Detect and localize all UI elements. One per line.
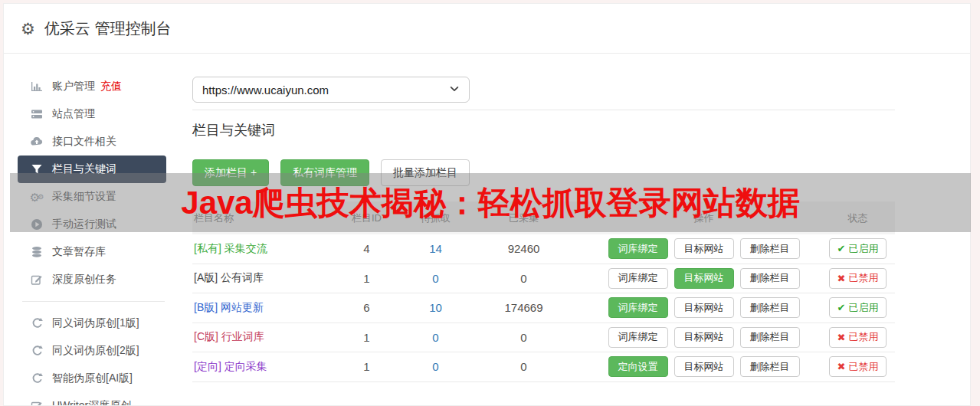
cross-icon: ✖ — [837, 332, 846, 342]
header-column-name: 栏目名称 — [192, 211, 323, 225]
delete-column-button[interactable]: 删除栏目 — [740, 356, 800, 377]
cross-icon: ✖ — [837, 273, 846, 283]
target-site-button[interactable]: 目标网站 — [674, 297, 734, 318]
thesaurus-bind-button[interactable]: 词库绑定 — [608, 297, 668, 318]
refresh-icon — [30, 317, 44, 329]
table-row: [定向] 定向采集 1 0 0 定向设置目标网站删除栏目 ✖ 已禁用 — [192, 352, 895, 382]
target-site-button[interactable]: 目标网站 — [674, 238, 734, 259]
batch-add-column-button[interactable]: 批量添加栏目 — [381, 159, 470, 186]
gear-icon: ⚙ — [21, 21, 35, 37]
column-id-value: 1 — [323, 331, 411, 344]
bar-chart-icon — [30, 80, 44, 93]
header-pending: 待抓取 — [411, 211, 461, 225]
sidebar-divider — [22, 301, 165, 302]
delete-column-button[interactable]: 删除栏目 — [740, 238, 800, 259]
table-header-row: 栏目名称 栏目ID 待抓取 已采集 操作 状态 — [192, 201, 895, 234]
page-title: 栏目与关键词 — [192, 121, 970, 139]
recharge-link[interactable]: 充值 — [100, 80, 122, 93]
row-actions: 词库绑定目标网站删除栏目 — [587, 297, 821, 318]
header-column-id: 栏目ID — [323, 211, 411, 225]
cross-icon: ✖ — [837, 362, 846, 372]
collected-count: 0 — [461, 360, 587, 373]
sidebar-item-columns-keywords[interactable]: 栏目与关键词 — [18, 156, 166, 183]
collected-count: 0 — [461, 331, 587, 344]
column-name-link[interactable]: [定向] 定向采集 — [194, 360, 267, 372]
sidebar-item-deep-original[interactable]: 深度原创任务 — [18, 266, 166, 293]
main-content: https://www.ucaiyun.com 栏目与关键词 添加栏目 + 私有… — [192, 54, 970, 406]
pending-count-link[interactable]: 0 — [432, 360, 438, 373]
row-actions: 词库绑定目标网站删除栏目 — [587, 268, 821, 289]
target-site-button[interactable]: 目标网站 — [674, 327, 734, 348]
pending-count-link[interactable]: 0 — [432, 272, 438, 285]
status-badge[interactable]: ✔ 已启用 — [829, 238, 887, 259]
delete-column-button[interactable]: 删除栏目 — [740, 268, 800, 289]
edit-icon — [30, 400, 44, 406]
sidebar-item-manual-test[interactable]: 手动运行测试 — [18, 211, 166, 238]
add-column-button[interactable]: 添加栏目 + — [192, 159, 269, 186]
column-name-link[interactable]: [B版] 网站更新 — [194, 301, 264, 313]
column-id-value: 1 — [323, 272, 411, 285]
pending-count-link[interactable]: 14 — [429, 242, 442, 255]
table-row: [私有] 采集交流 4 14 92460 词库绑定目标网站删除栏目 ✔ 已启用 — [192, 234, 895, 264]
row-actions: 定向设置目标网站删除栏目 — [587, 356, 821, 377]
column-name-link[interactable]: [私有] 采集交流 — [194, 242, 267, 254]
sidebar-item-sites[interactable]: 站点管理 — [18, 100, 166, 128]
server-icon — [30, 108, 44, 120]
direct-setting-button[interactable]: 定向设置 — [608, 356, 668, 377]
row-actions: 词库绑定目标网站删除栏目 — [587, 238, 821, 259]
target-site-button[interactable]: 目标网站 — [674, 268, 734, 289]
pending-count-link[interactable]: 10 — [429, 301, 442, 314]
status-badge[interactable]: ✖ 已禁用 — [829, 356, 887, 377]
column-id-value: 1 — [323, 360, 411, 373]
delete-column-button[interactable]: 删除栏目 — [740, 327, 800, 348]
collected-count: 92460 — [461, 242, 587, 255]
sidebar-item-collect-details[interactable]: ⚙⚙ 采集细节设置 — [18, 183, 166, 211]
check-icon: ✔ — [837, 244, 846, 254]
thesaurus-bind-button[interactable]: 词库绑定 — [608, 268, 668, 289]
refresh-icon — [30, 372, 44, 385]
column-name-link[interactable]: [A版] 公有词库 — [194, 271, 264, 283]
refresh-icon — [30, 345, 44, 357]
table-row: [A版] 公有词库 1 0 0 词库绑定目标网站删除栏目 ✖ 已禁用 — [192, 264, 895, 294]
delete-column-button[interactable]: 删除栏目 — [740, 297, 800, 318]
chevron-down-icon — [449, 83, 460, 97]
target-site-button[interactable]: 目标网站 — [674, 356, 734, 377]
pending-count-link[interactable]: 0 — [432, 331, 438, 344]
collected-count: 0 — [461, 272, 587, 285]
collected-count: 174669 — [461, 301, 587, 314]
sidebar-item-article-cache[interactable]: 文章暂存库 — [18, 238, 166, 266]
header-collected: 已采集 — [461, 211, 587, 225]
app-header: ⚙ 优采云 管理控制台 — [4, 4, 970, 54]
header-status: 状态 — [821, 211, 895, 225]
database-icon — [30, 246, 44, 258]
column-id-value: 6 — [323, 301, 411, 314]
site-selector-dropdown[interactable]: https://www.ucaiyun.com — [192, 77, 470, 103]
check-icon: ✔ — [837, 303, 846, 313]
row-actions: 词库绑定目标网站删除栏目 — [587, 327, 821, 348]
sidebar-item-interface-files[interactable]: 接口文件相关 — [18, 128, 166, 156]
filter-icon — [30, 163, 44, 175]
status-badge[interactable]: ✔ 已启用 — [829, 297, 887, 318]
sidebar-item-uwriter[interactable]: UWriter深度原创 — [18, 392, 166, 406]
status-badge[interactable]: ✖ 已禁用 — [829, 268, 887, 289]
sidebar-item-synonym-2[interactable]: 同义词伪原创[2版] — [18, 337, 166, 365]
cloud-upload-icon — [30, 136, 44, 148]
play-circle-icon — [30, 218, 44, 231]
gears-icon: ⚙⚙ — [30, 191, 44, 203]
sidebar: 账户管理 充值 站点管理 接口文件相关 栏目与关键词 ⚙⚙ 采集细节设置 手动运… — [4, 54, 192, 406]
sidebar-item-synonym-1[interactable]: 同义词伪原创[1版] — [18, 309, 166, 337]
sidebar-item-account[interactable]: 账户管理 充值 — [18, 73, 166, 100]
app-window: ⚙ 优采云 管理控制台 账户管理 充值 站点管理 接口文件相关 栏目与关键词 ⚙… — [3, 3, 971, 406]
status-badge[interactable]: ✖ 已禁用 — [829, 327, 887, 348]
table-body: [私有] 采集交流 4 14 92460 词库绑定目标网站删除栏目 ✔ 已启用 … — [192, 234, 895, 382]
site-selector-value: https://www.ucaiyun.com — [202, 83, 329, 97]
thesaurus-bind-button[interactable]: 词库绑定 — [608, 327, 668, 348]
columns-table: 栏目名称 栏目ID 待抓取 已采集 操作 状态 [私有] 采集交流 4 14 9… — [192, 201, 895, 382]
divider — [192, 110, 895, 110]
private-thesaurus-button[interactable]: 私有词库管理 — [280, 159, 369, 186]
thesaurus-bind-button[interactable]: 词库绑定 — [608, 238, 668, 259]
column-id-value: 4 — [323, 242, 411, 255]
header-actions: 操作 — [587, 211, 821, 225]
column-name-link[interactable]: [C版] 行业词库 — [194, 330, 264, 342]
sidebar-item-ai-rewrite[interactable]: 智能伪原创[AI版] — [18, 365, 166, 392]
